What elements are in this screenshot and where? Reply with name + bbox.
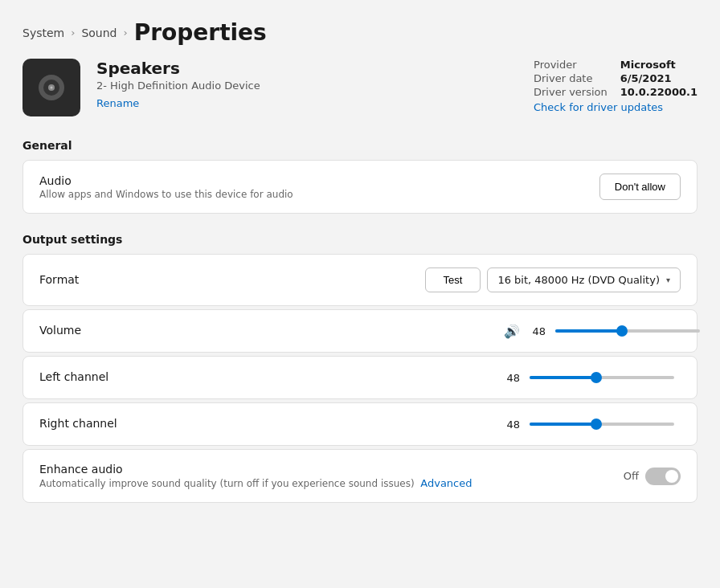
format-card: Format Test 16 bit, 48000 Hz (DVD Qualit… bbox=[22, 254, 698, 306]
right-channel-value: 48 bbox=[504, 419, 520, 431]
audio-card: Audio Allow apps and Windows to use this… bbox=[22, 160, 698, 214]
volume-thumb[interactable] bbox=[616, 325, 628, 337]
driver-version-value: 10.0.22000.1 bbox=[620, 86, 698, 98]
left-channel-value: 48 bbox=[504, 372, 520, 384]
right-channel-fill bbox=[530, 423, 596, 426]
enhance-audio-card: Enhance audio Automatically improve soun… bbox=[22, 449, 698, 503]
test-button[interactable]: Test bbox=[425, 267, 481, 292]
left-channel-slider-row: 48 bbox=[504, 370, 681, 386]
right-channel-label: Right channel bbox=[39, 417, 117, 430]
enhance-desc: Automatically improve sound quality (tur… bbox=[39, 477, 472, 489]
format-label: Format bbox=[39, 273, 79, 286]
driver-version-label: Driver version bbox=[534, 86, 608, 98]
left-channel-slider[interactable] bbox=[530, 370, 681, 386]
general-heading: General bbox=[22, 139, 698, 152]
enhance-toggle[interactable] bbox=[645, 468, 681, 485]
breadcrumb-sep-2: › bbox=[124, 27, 128, 39]
audio-text: Audio Allow apps and Windows to use this… bbox=[39, 174, 293, 200]
left-channel-fill bbox=[530, 376, 596, 379]
general-section: General Audio Allow apps and Windows to … bbox=[22, 139, 698, 214]
volume-slider-row: 🔊 48 bbox=[504, 323, 681, 339]
device-description: 2- High Definition Audio Device bbox=[96, 80, 518, 92]
format-controls: Test 16 bit, 48000 Hz (DVD Quality) ▾ bbox=[425, 267, 681, 292]
breadcrumb: System › Sound › Properties bbox=[22, 19, 698, 46]
format-dropdown[interactable]: 16 bit, 48000 Hz (DVD Quality) ▾ bbox=[487, 267, 681, 292]
enhance-state-label: Off bbox=[624, 470, 639, 482]
audio-title: Audio bbox=[39, 174, 293, 187]
left-channel-card: Left channel 48 bbox=[22, 356, 698, 399]
advanced-link[interactable]: Advanced bbox=[420, 477, 472, 489]
breadcrumb-system[interactable]: System bbox=[22, 27, 64, 39]
device-icon bbox=[22, 59, 80, 116]
output-section: Output settings Format Test 16 bit, 4800… bbox=[22, 233, 698, 503]
volume-slider[interactable] bbox=[555, 323, 700, 339]
audio-desc: Allow apps and Windows to use this devic… bbox=[39, 189, 293, 200]
right-channel-slider[interactable] bbox=[530, 416, 681, 432]
output-heading: Output settings bbox=[22, 233, 698, 246]
right-channel-thumb[interactable] bbox=[591, 419, 602, 430]
breadcrumb-sep-1: › bbox=[71, 27, 75, 39]
device-meta: Provider Microsoft Driver date 6/5/2021 … bbox=[534, 59, 698, 113]
device-header: Speakers 2- High Definition Audio Device… bbox=[22, 59, 698, 116]
check-driver-link[interactable]: Check for driver updates bbox=[534, 101, 698, 113]
dont-allow-button[interactable]: Don't allow bbox=[599, 174, 681, 200]
volume-label: Volume bbox=[39, 324, 81, 337]
toggle-thumb bbox=[665, 470, 678, 483]
enhance-title: Enhance audio bbox=[39, 463, 472, 476]
driver-date-value: 6/5/2021 bbox=[620, 72, 698, 84]
right-channel-card: Right channel 48 bbox=[22, 402, 698, 446]
chevron-down-icon: ▾ bbox=[666, 276, 670, 284]
right-channel-track bbox=[530, 423, 674, 426]
page-title: Properties bbox=[134, 19, 267, 46]
left-channel-track bbox=[530, 376, 674, 379]
svg-point-3 bbox=[51, 87, 53, 89]
volume-fill bbox=[555, 329, 622, 333]
enhance-text: Enhance audio Automatically improve soun… bbox=[39, 463, 472, 489]
device-info: Speakers 2- High Definition Audio Device… bbox=[96, 59, 518, 110]
volume-card: Volume 🔊 48 bbox=[22, 309, 698, 353]
speaker-icon: 🔊 bbox=[504, 324, 520, 339]
format-select-value: 16 bit, 48000 Hz (DVD Quality) bbox=[497, 274, 660, 286]
left-channel-thumb[interactable] bbox=[591, 372, 602, 383]
volume-value: 48 bbox=[530, 325, 546, 337]
right-channel-slider-row: 48 bbox=[504, 416, 681, 432]
device-name: Speakers bbox=[96, 59, 518, 78]
enhance-toggle-wrap: Off bbox=[624, 468, 681, 485]
breadcrumb-sound[interactable]: Sound bbox=[81, 27, 117, 39]
provider-label: Provider bbox=[534, 59, 608, 71]
volume-track bbox=[555, 329, 700, 333]
left-channel-label: Left channel bbox=[39, 370, 108, 383]
provider-value: Microsoft bbox=[620, 59, 698, 71]
driver-date-label: Driver date bbox=[534, 72, 608, 84]
rename-link[interactable]: Rename bbox=[96, 97, 139, 109]
